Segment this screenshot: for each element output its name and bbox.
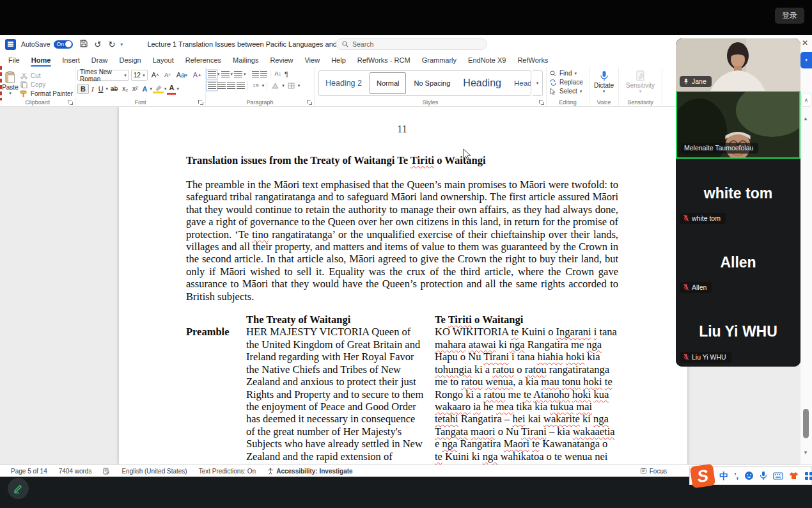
focus-mode-button[interactable]: Focus — [634, 468, 673, 475]
decrease-indent-button[interactable] — [252, 71, 259, 78]
login-button[interactable]: 登录 — [775, 8, 804, 24]
font-dialog-launcher-icon[interactable] — [198, 100, 203, 105]
font-name-select[interactable]: Times New Roman▾ — [77, 70, 129, 81]
soft-keyboard-button[interactable] — [773, 472, 783, 480]
autosave-toggle[interactable]: On — [54, 40, 73, 49]
save-button[interactable] — [80, 40, 88, 49]
style-heading[interactable]: Heading — [457, 71, 508, 95]
word-app-icon[interactable] — [5, 39, 16, 50]
highlight-button[interactable] — [153, 84, 164, 93]
align-left-button[interactable] — [208, 83, 216, 90]
participant-tile-liu-yi-whu[interactable]: Liu Yi WHULiu Yi WHU — [676, 297, 800, 367]
numbering-button[interactable] — [221, 71, 230, 78]
style-heading-2[interactable]: Heading 2 — [319, 71, 368, 95]
undo-button[interactable]: ↺ — [95, 40, 102, 49]
status-accessibility[interactable]: Accessibility: Investigate — [262, 468, 359, 475]
tab-design[interactable]: Design — [113, 54, 146, 66]
format-painter-button[interactable]: Format Painter — [20, 90, 73, 98]
ime-language-toggle[interactable]: 中 — [719, 472, 728, 480]
font-color-button[interactable]: A — [167, 83, 176, 95]
participant-tile-white-tom[interactable]: white tomwhite tom — [676, 159, 800, 228]
collapse-ribbon-icon[interactable]: ∧ — [801, 93, 811, 107]
borders-button[interactable] — [286, 82, 297, 90]
close-icon[interactable]: ✕ — [802, 38, 808, 47]
style-heading-3[interactable]: Heading 3 — [508, 71, 531, 95]
tab-layout[interactable]: Layout — [147, 54, 180, 66]
participant-tile-allen[interactable]: AllenAllen — [676, 228, 800, 297]
replace-button[interactable]: Replace — [549, 78, 587, 86]
underline-chevron-icon[interactable]: ▾ — [106, 86, 109, 91]
multilevel-list-button[interactable] — [234, 71, 242, 78]
meeting-panel[interactable]: JaneMelenaite Taumoefolauwhite tomwhite … — [676, 38, 800, 367]
toolbox-button[interactable] — [804, 472, 812, 480]
align-center-button[interactable] — [217, 83, 226, 90]
find-button[interactable]: Find▾ — [549, 69, 587, 77]
redo-button[interactable]: ↻ — [108, 40, 115, 49]
ime-punctuation-toggle[interactable]: ’, — [734, 472, 738, 480]
grow-font-button[interactable]: A˄ — [150, 70, 160, 80]
status-language[interactable]: English (United States) — [116, 468, 192, 475]
align-right-button[interactable] — [227, 83, 235, 90]
sensitivity-button[interactable]: Sensitivity ▾ — [621, 70, 660, 94]
clipboard-dialog-launcher-icon[interactable] — [68, 100, 73, 105]
quick-access-chevron-icon[interactable]: ▾ — [120, 42, 123, 47]
tab-draw[interactable]: Draw — [86, 54, 114, 66]
status-page-indicator[interactable]: Page 5 of 14 — [5, 468, 53, 475]
subscript-button[interactable]: x₂ — [120, 84, 130, 93]
styles-dialog-launcher-icon[interactable] — [539, 100, 544, 105]
styles-more-button[interactable]: ▾ — [533, 70, 543, 96]
tab-refworks-rcm[interactable]: RefWorks - RCM — [352, 54, 416, 66]
bullets-button[interactable] — [208, 71, 216, 78]
strikethrough-button[interactable]: ab — [109, 84, 120, 93]
justify-button[interactable] — [237, 83, 245, 90]
italic-button[interactable]: I — [90, 84, 96, 94]
tab-view[interactable]: View — [299, 54, 325, 66]
font-size-select[interactable]: 12▾ — [131, 70, 148, 81]
style-normal[interactable]: Normal — [370, 72, 406, 94]
dictate-button[interactable]: Dictate ▾ — [591, 70, 616, 94]
show-formatting-button[interactable]: ¶ — [285, 70, 288, 78]
bold-button[interactable]: B — [77, 84, 89, 94]
share-edge-button[interactable]: ▾ — [800, 52, 812, 68]
change-case-button[interactable]: Aa▾ — [175, 70, 189, 80]
select-button[interactable]: Select▾ — [549, 87, 587, 95]
annotate-pencil-button[interactable] — [8, 478, 29, 499]
line-spacing-button[interactable]: ↕≡ — [251, 81, 261, 90]
skin-button[interactable] — [789, 472, 799, 480]
tab-home[interactable]: Home — [26, 54, 57, 66]
paste-button[interactable]: Paste ▾ — [2, 70, 19, 98]
style-no-spacing[interactable]: No Spacing — [407, 71, 457, 95]
superscript-button[interactable]: x² — [130, 84, 139, 93]
emoji-button[interactable] — [744, 471, 754, 480]
underline-button[interactable]: U — [97, 84, 105, 94]
tab-mailings[interactable]: Mailings — [227, 54, 264, 66]
clear-formatting-button[interactable]: A✦ — [191, 70, 203, 80]
tab-help[interactable]: Help — [325, 54, 352, 66]
scroll-down-arrow[interactable]: ▼ — [803, 450, 808, 456]
shading-button[interactable] — [270, 82, 281, 90]
document-page[interactable]: 11 Translation issues from the Treaty of… — [119, 107, 687, 464]
paragraph-dialog-launcher-icon[interactable] — [307, 100, 312, 105]
status-text-predictions[interactable]: Text Predictions: On — [193, 468, 262, 475]
status-word-count[interactable]: 7404 words — [53, 468, 98, 475]
copy-button[interactable]: Copy — [20, 81, 73, 89]
tab-file[interactable]: File — [3, 54, 26, 66]
increase-indent-button[interactable] — [260, 71, 267, 78]
shrink-font-button[interactable]: A˅ — [162, 71, 173, 80]
voice-input-button[interactable] — [760, 471, 767, 480]
cut-button[interactable]: Cut — [20, 72, 73, 80]
participant-tile-melenaite-taumoefolau[interactable]: Melenaite Taumoefolau — [676, 91, 800, 159]
sort-button[interactable]: A↓ — [273, 70, 284, 79]
search-input[interactable]: Search — [336, 38, 487, 50]
tab-refworks[interactable]: RefWorks — [511, 54, 554, 66]
tab-endnote-x9[interactable]: EndNote X9 — [462, 54, 511, 66]
tab-references[interactable]: References — [180, 54, 227, 66]
tab-grammarly[interactable]: Grammarly — [416, 54, 462, 66]
scroll-up-arrow[interactable]: ▲ — [803, 116, 808, 122]
status-proofing-button[interactable] — [97, 468, 116, 475]
tab-insert[interactable]: Insert — [56, 54, 86, 66]
tab-review[interactable]: Review — [264, 54, 299, 66]
text-effects-button[interactable]: A — [140, 84, 149, 94]
sogou-logo[interactable]: S — [690, 464, 715, 489]
scrollbar-thumb[interactable] — [803, 409, 809, 438]
